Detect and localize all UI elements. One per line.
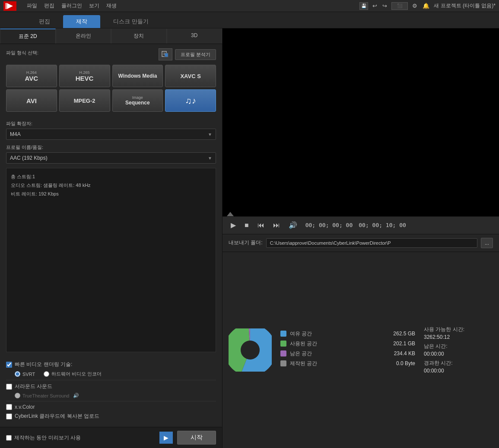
- legend-color-remaining: [280, 350, 286, 357]
- format-btn-avi[interactable]: AVI: [6, 89, 57, 112]
- svg-rect-3: [165, 53, 168, 57]
- legend-label-remaining: 남은 공간: [290, 350, 324, 357]
- fast-render-checkbox[interactable]: [6, 362, 12, 368]
- right-panel: ▶ ■ ⏮ ⏭ 🔊 00; 00; 00; 00 00; 00; 10; 00 …: [222, 28, 499, 448]
- svrt-radio-item: SVRT: [15, 371, 35, 377]
- file-ext-dropdown[interactable]: M4A ▼: [6, 129, 216, 140]
- sub-tab-online[interactable]: 온라인: [56, 28, 111, 44]
- format-btn-avc[interactable]: H.264 AVC: [6, 65, 57, 87]
- export-folder-path: C:\Users\approve\Documents\CyberLink\Pow…: [266, 238, 477, 248]
- legend-item-used: 사용된 공간 202.1 GB: [280, 340, 415, 347]
- legend-color-used: [280, 341, 286, 347]
- truetheater-radio[interactable]: [15, 393, 20, 398]
- stop-btn[interactable]: ■: [242, 221, 251, 230]
- file-ext-section: 파일 확장자: M4A ▼ 프로필 이름/품질: AAC (192 Kbps) …: [0, 116, 222, 164]
- settings-btn[interactable]: ⚙: [411, 2, 418, 10]
- format-btn-wmv[interactable]: Windows Media: [112, 65, 163, 87]
- volume-btn[interactable]: 🔊: [286, 220, 299, 230]
- format-btn-mpeg2[interactable]: MPEG-2: [59, 89, 110, 112]
- redo-btn[interactable]: ↪: [381, 2, 388, 10]
- disk-legend: 여유 공간 262.5 GB 사용된 공간 202.1 GB 남은 공간 234…: [280, 330, 415, 370]
- format-btn-audio[interactable]: ♫♪: [165, 89, 216, 112]
- undo-btn[interactable]: ↩: [372, 2, 378, 10]
- available-time-row: 사용 가능한 시간: 3262:50:12: [424, 326, 493, 340]
- tab-produce[interactable]: 제작: [63, 15, 100, 28]
- start-icon-btn[interactable]: ▶: [159, 432, 173, 444]
- sub-tab-device[interactable]: 장치: [111, 28, 167, 44]
- resolution-icon[interactable]: ⬛: [391, 2, 408, 10]
- remaining-time-value: 00:00:00: [424, 351, 493, 357]
- remaining-time-label: 남은 시간:: [424, 343, 493, 350]
- format-section: 파일 형식 선택: 프로필 분석기: [0, 44, 222, 116]
- format-header-row: 파일 형식 선택: 프로필 분석기: [6, 48, 216, 60]
- legend-value-free: 262.5 GB: [376, 331, 415, 337]
- legend-item-produced: 제작된 공간 0.0 Byte: [280, 360, 415, 367]
- save-icon[interactable]: 💾: [359, 2, 368, 10]
- sub-tabs: 표준 2D 온라인 장치 3D: [0, 28, 222, 44]
- truetheater-icon: 🔊: [73, 393, 79, 398]
- file-ext-arrow: ▼: [208, 132, 212, 137]
- cyberlink-upload-checkbox[interactable]: [6, 413, 12, 420]
- playback-bar: ▶ ■ ⏮ ⏭ 🔊 00; 00; 00; 00 00; 00; 10; 00: [222, 216, 499, 234]
- format-label: 파일 형식 선택:: [6, 50, 38, 56]
- pie-chart-container: [229, 328, 272, 372]
- prev-btn[interactable]: ⏮: [255, 221, 267, 230]
- hw-encoder-radio-item: 하드웨어 비디오 인코더: [44, 371, 102, 377]
- format-grid: H.264 AVC H.265 HEVC Windows Media XAVC …: [6, 65, 216, 112]
- play-btn[interactable]: ▶: [229, 220, 238, 230]
- fast-render-radio-row: SVRT 하드웨어 비디오 인코더: [15, 371, 216, 377]
- pie-chart: [229, 328, 272, 372]
- tab-disc[interactable]: 디스크 만들기: [100, 15, 162, 28]
- preview-checkbox[interactable]: [6, 435, 12, 441]
- hw-encoder-label: 하드웨어 비디오 인코더: [51, 371, 102, 377]
- legend-item-remaining: 남은 공간 234.4 KB: [280, 350, 415, 357]
- svg-rect-1: [6, 3, 6, 9]
- file-ext-value: M4A: [10, 131, 21, 137]
- hw-encoder-radio[interactable]: [44, 371, 49, 377]
- surround-checkbox[interactable]: [6, 384, 12, 390]
- remaining-time-row: 남은 시간: 00:00:00: [424, 343, 493, 357]
- preview-check: 제작하는 동안 미리보기 사용: [6, 434, 81, 442]
- tab-edit[interactable]: 편집: [26, 15, 63, 28]
- svrt-radio[interactable]: [15, 371, 20, 377]
- truetheater-radio-item: TrueTheater Surround 🔊: [15, 393, 79, 398]
- xvcolor-checkbox[interactable]: [6, 404, 12, 410]
- profile-quality-dropdown[interactable]: AAC (192 Kbps) ▼: [6, 152, 216, 164]
- format-btn-xavcs[interactable]: XAVC S: [165, 65, 216, 87]
- menu-bar: 파일 편집 플러그인 보기 재생 💾 ↩ ↪ ⬛ ⚙ 🔔 새 프로젝트 (타이틀…: [0, 0, 499, 12]
- profile-quality-label: 프로필 이름/품질:: [6, 144, 216, 151]
- legend-color-free: [280, 331, 286, 337]
- format-btn-hevc[interactable]: H.265 HEVC: [59, 65, 110, 87]
- profile-quality-value: AAC (192 Kbps): [10, 155, 48, 161]
- next-btn[interactable]: ⏭: [271, 221, 282, 230]
- menu-item-play[interactable]: 재생: [106, 2, 117, 9]
- divider2: [6, 401, 216, 401]
- info-line3: 비트 레이트: 192 Kbps: [11, 190, 211, 199]
- profile-quality-arrow: ▼: [208, 156, 212, 161]
- legend-color-produced: [280, 360, 286, 366]
- truetheater-label: TrueTheater Surround: [22, 393, 69, 398]
- legend-value-produced: 0.0 Byte: [376, 360, 415, 366]
- folder-dots-btn[interactable]: ...: [481, 238, 493, 248]
- sub-tab-3d[interactable]: 3D: [167, 28, 222, 44]
- legend-label-free: 여유 공간: [290, 330, 324, 338]
- notify-btn[interactable]: 🔔: [422, 2, 430, 10]
- available-time-label: 사용 가능한 시간:: [424, 326, 493, 333]
- menu-item-view[interactable]: 보기: [89, 2, 99, 9]
- sub-tab-standard2d[interactable]: 표준 2D: [0, 28, 56, 44]
- time-info: 사용 가능한 시간: 3262:50:12 남은 시간: 00:00:00 경과…: [424, 326, 493, 374]
- app-logo: [3, 1, 16, 11]
- start-text-btn[interactable]: 시작: [177, 431, 216, 445]
- profile-analyzer-btn[interactable]: 프로필 분석기: [175, 49, 216, 60]
- menu-item-plugin[interactable]: 플러그인: [61, 2, 82, 9]
- format-icon-btn[interactable]: [159, 48, 172, 60]
- svrt-label: SVRT: [22, 372, 35, 377]
- format-btn-imgseq[interactable]: Image Sequence: [112, 89, 163, 112]
- time-total: 00; 00; 10; 00: [359, 222, 406, 228]
- menu-item-edit[interactable]: 편집: [44, 2, 54, 9]
- disk-info-bar: 여유 공간 262.5 GB 사용된 공간 202.1 GB 남은 공간 234…: [222, 252, 499, 448]
- menu-item-file[interactable]: 파일: [27, 2, 37, 9]
- info-line1: 총 스트림:1: [11, 173, 211, 181]
- preview-area: [222, 28, 499, 216]
- surround-label: 서라운드 사운드: [15, 383, 52, 390]
